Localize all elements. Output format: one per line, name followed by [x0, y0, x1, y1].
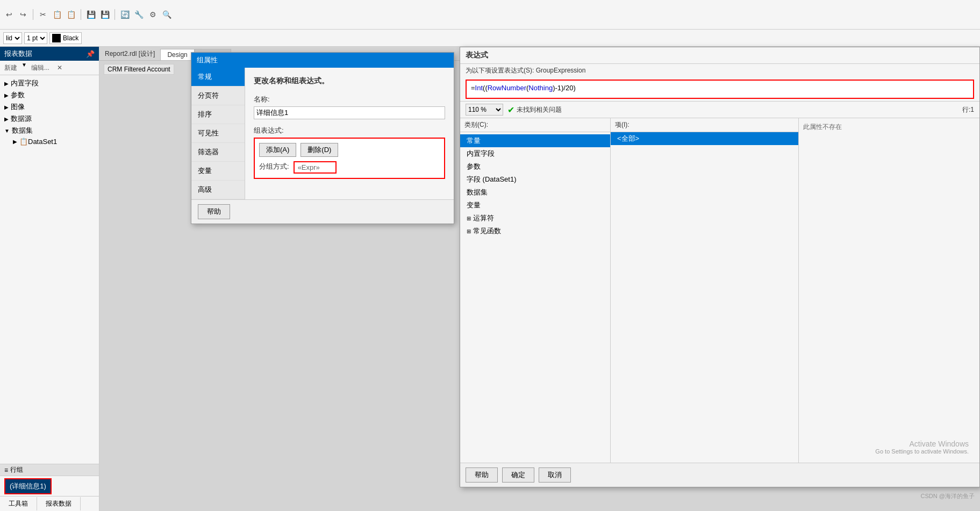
- expr-desc: 此属性不存在: [799, 118, 979, 463]
- cat-item-common-func[interactable]: ⊞常见函数: [460, 225, 610, 237]
- filter-label: CRM Filtered Account: [104, 64, 174, 75]
- expr-ok-btn[interactable]: 确定: [502, 467, 534, 483]
- pt-size-select[interactable]: 1 pt: [24, 32, 47, 44]
- cat-item-field[interactable]: 字段 (DataSet1): [460, 173, 610, 186]
- tree-label-builtin: 内置字段: [11, 78, 39, 88]
- expr-input-box[interactable]: =Int((RowNumber(Nothing)-1)/20): [466, 80, 974, 99]
- expr-help-btn[interactable]: 帮助: [466, 467, 498, 483]
- row-groups-header: ≡ 行组: [0, 464, 99, 476]
- expr-cancel-btn[interactable]: 取消: [539, 467, 571, 483]
- expr-items-list: <全部>: [611, 132, 798, 463]
- ok-icon: ✔: [507, 105, 514, 115]
- cat-item-variable[interactable]: 变量: [460, 199, 610, 212]
- tree-item-dataset[interactable]: ▼ 数据集: [2, 125, 97, 136]
- arrow-builtin: ▶: [4, 81, 9, 87]
- color-picker[interactable]: Black: [49, 32, 82, 44]
- nav-item-advanced[interactable]: 高级: [191, 181, 245, 199]
- cat-item-params[interactable]: 参数: [460, 160, 610, 173]
- settings-icon[interactable]: ⚙: [147, 9, 159, 20]
- expr-placeholder[interactable]: «Expr»: [294, 161, 337, 174]
- dialog-help-btn[interactable]: 帮助: [198, 204, 230, 219]
- tree-item-images[interactable]: ▶ 图像: [2, 101, 97, 113]
- dialog-body: 常规 分页符 排序 可见性 筛选器 变量 高级 更改名称和组表达式。 名称: 组…: [191, 68, 454, 199]
- arrow-dataset1: ▶: [13, 139, 17, 145]
- arrow-params: ▶: [4, 92, 9, 98]
- expr-func: Int: [475, 84, 483, 92]
- tools-icon[interactable]: 🔧: [133, 9, 145, 20]
- zoom-select[interactable]: 110 %: [466, 104, 503, 116]
- group-expr-header: 添加(A) 删除(D): [259, 143, 440, 157]
- name-label: 名称:: [254, 95, 445, 104]
- search-icon[interactable]: 🔍: [161, 9, 173, 20]
- expr-paren1: ((: [483, 84, 488, 92]
- expr-status-bar: 110 % ✔ 未找到相关问题 行:1: [460, 101, 979, 118]
- tree-item-params[interactable]: ▶ 参数: [2, 89, 97, 101]
- cat-item-dataset[interactable]: 数据集: [460, 186, 610, 199]
- cat-item-operator[interactable]: ⊞运算符: [460, 212, 610, 225]
- expr-status-ok: ✔ 未找到相关问题: [507, 105, 562, 115]
- row-groups-content: (详细信息1): [0, 476, 99, 496]
- tree-item-dataset1[interactable]: ▶ 📋 DataSet1: [2, 136, 97, 147]
- nav-item-pagebreak[interactable]: 分页符: [191, 87, 245, 105]
- file-title: Report2.rdl [设计]: [99, 48, 160, 60]
- nav-item-filter[interactable]: 筛选器: [191, 143, 245, 162]
- expr-category-list: 常量 内置字段 参数 字段 (DataSet1) 数据集 变量 ⊞运算符 ⊞常见…: [460, 132, 610, 463]
- item-all[interactable]: <全部>: [611, 132, 798, 145]
- left-panel-tools: 新建 ▼ 编辑... ✕: [0, 61, 99, 75]
- tree-label-params: 参数: [11, 90, 25, 100]
- row-groups-title: 行组: [10, 465, 23, 474]
- nav-item-general[interactable]: 常规: [191, 68, 245, 87]
- tab-reportdata[interactable]: 报表数据: [37, 497, 81, 510]
- tab-toolbox[interactable]: 工具箱: [0, 497, 37, 510]
- group-expr-row: 分组方式: «Expr»: [259, 161, 440, 174]
- tree-item-builtin[interactable]: ▶ 内置字段: [2, 77, 97, 89]
- cat-item-builtin[interactable]: 内置字段: [460, 147, 610, 160]
- table-icon: 📋: [19, 138, 28, 146]
- border-style-select[interactable]: lid: [3, 32, 22, 44]
- delete-button[interactable]: 删除(D): [301, 143, 338, 157]
- tree-label-dataset1: DataSet1: [28, 138, 57, 146]
- tree-area: ▶ 内置字段 ▶ 参数 ▶ 图像 ▶ 数据源 ▼ 数据集 ▶ 📋: [0, 75, 99, 464]
- csdn-watermark: CSDN @海洋的鱼子: [921, 492, 975, 500]
- new-arrow[interactable]: ▼: [22, 62, 27, 74]
- expr-category-panel: 类别(C): 常量 内置字段 参数 字段 (DataSet1) 数据集 变量 ⊞…: [460, 118, 611, 463]
- paste-icon[interactable]: 📋: [65, 9, 77, 20]
- tree-item-datasource[interactable]: ▶ 数据源: [2, 113, 97, 125]
- save-all-icon[interactable]: 💾: [99, 9, 111, 20]
- dialog-title: 组属性: [197, 55, 218, 65]
- row-group-item-detail[interactable]: (详细信息1): [4, 478, 52, 494]
- expr-for-label: 为以下项设置表达式(S): GroupExpression: [460, 64, 979, 77]
- expr-items-header: 项(I):: [611, 118, 798, 132]
- new-button[interactable]: 新建: [2, 62, 19, 74]
- refresh-icon[interactable]: 🔄: [119, 9, 131, 20]
- group-mode-label: 分组方式:: [259, 162, 289, 171]
- name-field: 名称:: [254, 95, 445, 126]
- expr-status-pos: 行:1: [962, 105, 974, 114]
- save-icon[interactable]: 💾: [85, 9, 97, 20]
- nav-item-visibility[interactable]: 可见性: [191, 124, 245, 143]
- add-button[interactable]: 添加(A): [259, 143, 296, 157]
- activate-line2: Go to Settings to activate Windows.: [875, 448, 969, 455]
- edit-button[interactable]: 编辑...: [29, 62, 52, 74]
- expr-category-header: 类别(C):: [460, 118, 610, 132]
- left-panel: 报表数据 📌 新建 ▼ 编辑... ✕ ▶ 内置字段 ▶ 参数 ▶ 图像 ▶: [0, 47, 99, 511]
- group-expr-label: 组表达式:: [254, 126, 445, 135]
- tree-label-images: 图像: [11, 102, 25, 112]
- copy-icon[interactable]: 📋: [51, 9, 63, 20]
- cut-icon[interactable]: ✂: [37, 9, 49, 20]
- expr-editor-footer: 帮助 确定 取消: [460, 463, 979, 487]
- delete-button[interactable]: ✕: [54, 62, 66, 74]
- nav-item-sort[interactable]: 排序: [191, 105, 245, 124]
- main-layout: 报表数据 📌 新建 ▼ 编辑... ✕ ▶ 内置字段 ▶ 参数 ▶ 图像 ▶: [0, 47, 980, 511]
- report-data-title: 报表数据: [4, 49, 32, 59]
- group-properties-dialog: 组属性 常规 分页符 排序 可见性 筛选器 变量 高级 更改名称和组表达式。 名…: [191, 52, 454, 224]
- redo-icon[interactable]: ↪: [17, 9, 29, 20]
- expr-rownumber: RowNumber: [488, 84, 526, 92]
- undo-icon[interactable]: ↩: [3, 9, 15, 20]
- cat-item-constant[interactable]: 常量: [460, 134, 610, 147]
- expr-editor-title: 表达式: [460, 47, 979, 64]
- expand-func: ⊞: [467, 228, 471, 234]
- nav-item-variables[interactable]: 变量: [191, 162, 245, 181]
- tab-design[interactable]: Design: [160, 49, 194, 60]
- name-input[interactable]: [254, 106, 445, 119]
